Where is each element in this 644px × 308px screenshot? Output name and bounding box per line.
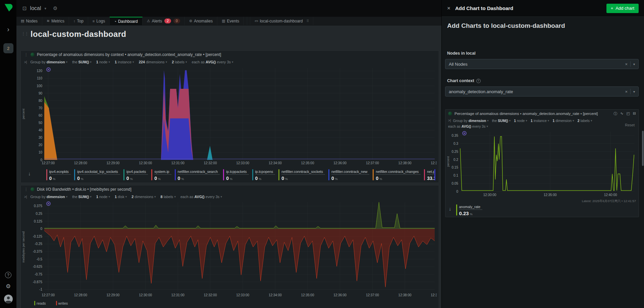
- chevron-down-icon[interactable]: ▾: [154, 195, 156, 198]
- chevron-down-icon[interactable]: ▾: [548, 119, 549, 122]
- chevron-down-icon[interactable]: ▾: [132, 60, 134, 64]
- toolbar-segment[interactable]: 1 disk▾: [115, 195, 127, 199]
- panel-anomaly-chart-canvas[interactable]: 12:30:0012:35:0012:40:0000.050.10.150.20…: [445, 129, 637, 198]
- dimension-pill-netfilter-conntrack-sockets[interactable]: netfilter.conntrack_sockets0%: [278, 169, 325, 181]
- anomaly-rate-badge[interactable]: [462, 131, 467, 135]
- tab-local-custom-dashboard[interactable]: ▭local-custom-dashboard⠿: [250, 17, 313, 25]
- tab-drag-grip[interactable]: ⠿: [307, 19, 309, 23]
- dimension-pill-anomaly-rate[interactable]: anomaly_rate0.23%: [456, 204, 483, 217]
- chevron-down-icon[interactable]: ▾: [232, 60, 233, 64]
- toolbar-segment[interactable]: 1 node▾: [96, 195, 110, 199]
- chevron-down-icon[interactable]: ▾: [90, 60, 92, 64]
- chevron-down-icon[interactable]: ▾: [125, 195, 127, 198]
- info-icon[interactable]: ⓘ: [613, 111, 617, 116]
- toolbar-segment[interactable]: Group by dimension▾: [30, 60, 67, 64]
- toolbar-segment[interactable]: 1 instance▾: [531, 119, 549, 123]
- chevron-down-icon[interactable]: ▾: [591, 119, 592, 122]
- tab-metrics[interactable]: ≋Metrics: [42, 17, 69, 25]
- dimension-pill-ip-tcppackets[interactable]: ip.tcppackets0%: [223, 169, 249, 181]
- room-badge[interactable]: 2: [3, 43, 13, 53]
- dimension-pill-system-ip[interactable]: system.ip0%: [151, 169, 171, 181]
- legend-sort-arrow-icon[interactable]: ↓: [28, 171, 31, 176]
- dimension-pill-ipv4-packets[interactable]: ipv4.packets0%: [123, 169, 148, 181]
- save-icon[interactable]: ⊟: [633, 111, 636, 116]
- toolbar-segment[interactable]: 1 instance▾: [115, 60, 134, 64]
- chart-drag-grip[interactable]: ⋮: [24, 187, 28, 192]
- toolbar-segment[interactable]: Group by dimension▾: [453, 119, 488, 123]
- tab-alerts[interactable]: ⚠Alerts20: [143, 17, 185, 25]
- dimension-pill-ipv4-sockstat-tcp-sockets[interactable]: ipv4.sockstat_tcp_sockets0%: [74, 169, 120, 181]
- toolbar-segment[interactable]: Group by dimension▾: [30, 195, 67, 199]
- chart-plot-area[interactable]: 12:27:0012:28:0012:29:0012:30:0012:31:00…: [21, 65, 439, 167]
- tab-events[interactable]: ▥Events: [217, 17, 244, 25]
- toolbar-segment[interactable]: the SUM()▾: [72, 195, 92, 199]
- chevron-down-icon[interactable]: ▾: [631, 62, 635, 66]
- add-chart-button[interactable]: + Add chart: [606, 4, 639, 13]
- tab-logs[interactable]: ≡Logs: [88, 17, 110, 25]
- toolbar-segment[interactable]: 2 dimensions▾: [131, 195, 156, 199]
- toolbar-segment[interactable]: the SUM()▾: [492, 119, 511, 123]
- help-icon[interactable]: ?: [5, 272, 11, 278]
- chevron-down-icon[interactable]: ▾: [108, 195, 110, 198]
- chevron-down-icon[interactable]: ▾: [220, 195, 222, 198]
- netdata-logo[interactable]: [3, 3, 13, 13]
- skip-to-end-icon[interactable]: >|: [24, 60, 27, 64]
- tab-dashboard[interactable]: ◔Dashboard: [110, 17, 142, 25]
- dimension-pill-ipv4-ecnpkts[interactable]: ipv4.ecnpkts0%: [46, 169, 71, 181]
- close-icon[interactable]: ×: [447, 5, 450, 12]
- chevron-down-icon[interactable]: ▾: [66, 60, 68, 64]
- chevron-down-icon[interactable]: ▾: [526, 119, 527, 122]
- chevron-down-icon[interactable]: ▾: [486, 125, 488, 128]
- clear-icon[interactable]: ×: [622, 89, 630, 94]
- chevron-down-icon[interactable]: ▾: [90, 195, 92, 198]
- toolbar-segment[interactable]: each as AVG() every 3s▾: [180, 195, 222, 199]
- chevron-down-icon[interactable]: ▾: [174, 195, 176, 198]
- user-avatar[interactable]: [4, 295, 13, 303]
- toolbar-segment[interactable]: each as AVG() every 3s▾: [448, 124, 488, 128]
- clear-icon[interactable]: ×: [622, 62, 630, 67]
- fullscreen-icon[interactable]: ◰: [626, 111, 630, 116]
- toolbar-segment[interactable]: 1 dimension▾: [552, 119, 574, 123]
- tab-anomalies[interactable]: ⊚Anomalies: [185, 17, 217, 25]
- space-name[interactable]: local: [30, 5, 41, 11]
- toolbar-segment[interactable]: 2 labels▾: [578, 119, 592, 123]
- dimension-pill-netfilter-conntrack-changes[interactable]: netfilter.conntrack_changes0%: [373, 169, 421, 181]
- chart-plot-area[interactable]: 12:30:0012:35:0012:40:0000.050.10.150.20…: [445, 129, 639, 199]
- toolbar-segment[interactable]: 224 dimensions▾: [139, 60, 167, 64]
- toolbar-segment[interactable]: each as AVG() every 3s▾: [192, 60, 233, 64]
- chevron-down-icon[interactable]: ▾: [66, 195, 68, 198]
- chevron-down-icon[interactable]: ▾: [166, 60, 167, 64]
- anomaly-rate-badge[interactable]: [46, 201, 51, 206]
- anomaly-rate-badge[interactable]: [46, 67, 51, 72]
- skip-to-end-icon[interactable]: >|: [448, 119, 451, 122]
- disk-io-chart-canvas[interactable]: 12:27:0012:28:0012:29:0012:30:0012:31:00…: [21, 200, 437, 298]
- tab-top[interactable]: ↑Top: [69, 17, 88, 25]
- dimension-pill-net-packets[interactable]: net.packets33.33%: [424, 169, 434, 181]
- panel-scrollbar[interactable]: [642, 131, 644, 166]
- chevron-down-icon[interactable]: ▾: [631, 90, 635, 94]
- title-drag-grip[interactable]: ⋮⋮: [21, 31, 28, 36]
- toolbar-segment[interactable]: 8 labels▾: [161, 195, 176, 199]
- toolbar-segment[interactable]: the SUM()▾: [72, 60, 92, 64]
- legend-sort-arrow-icon[interactable]: ↓: [449, 206, 451, 211]
- space-chevron-icon[interactable]: ▾: [44, 6, 46, 11]
- toolbar-segment[interactable]: 2 labels▾: [172, 60, 187, 64]
- chevron-down-icon[interactable]: ▾: [185, 60, 187, 64]
- chevron-down-icon[interactable]: ▾: [487, 119, 489, 122]
- dimension-pill-netfilter-conntrack-new[interactable]: netfilter.conntrack_new0%: [328, 169, 369, 181]
- dimension-pill-ip-tcpopens[interactable]: ip.tcpopens0%: [252, 169, 275, 181]
- context-select[interactable]: anomaly_detection.anomaly_rate × ▾: [445, 86, 639, 97]
- skip-to-end-icon[interactable]: >|: [24, 195, 27, 199]
- chevron-down-icon[interactable]: ▾: [108, 60, 110, 64]
- chart-drag-grip[interactable]: ⋮: [24, 52, 28, 57]
- chart-plot-area[interactable]: 12:27:0012:28:0012:29:0012:30:0012:31:00…: [21, 200, 439, 299]
- chevron-down-icon[interactable]: ▾: [573, 119, 574, 122]
- nodes-select[interactable]: All Nodes × ▾: [445, 59, 639, 69]
- settings-gear-icon[interactable]: ⚙: [6, 283, 11, 290]
- context-anomaly-chart-canvas[interactable]: 12:27:0012:28:0012:29:0012:30:0012:31:00…: [21, 65, 437, 166]
- legend-item-reads[interactable]: reads: [34, 301, 46, 305]
- toolbar-segment[interactable]: 1 node▾: [96, 60, 110, 64]
- context-help-icon[interactable]: ?: [476, 79, 481, 83]
- chevron-down-icon[interactable]: ▾: [509, 119, 511, 122]
- anomalies-wave-icon[interactable]: ∿: [620, 111, 623, 116]
